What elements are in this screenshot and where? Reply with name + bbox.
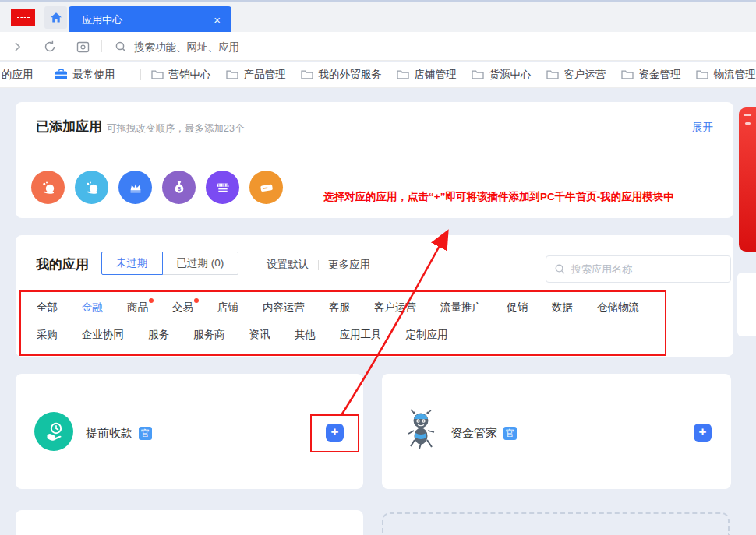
app-card-advance-payment[interactable]: 提前收款 官 +	[16, 374, 363, 489]
crown-app-icon[interactable]	[118, 171, 152, 204]
set-default-link[interactable]: 设置默认	[267, 258, 309, 272]
app-search-input[interactable]	[571, 263, 722, 275]
snail-orange-app-icon[interactable]	[31, 171, 65, 204]
nav-folder-item-7[interactable]: 物流管理	[696, 68, 756, 82]
forward-button[interactable]	[9, 39, 25, 55]
category-2-3[interactable]: 服务商	[193, 328, 225, 342]
category-2-4[interactable]: 资讯	[249, 328, 270, 342]
app-name: 提前收款	[86, 426, 132, 441]
category-1-7[interactable]: 客户运营	[374, 301, 416, 315]
nav-item-label: 资金管理	[639, 68, 681, 82]
category-1-5[interactable]: 内容运营	[263, 301, 305, 315]
screenshot-icon	[76, 40, 90, 54]
my-apps-card: 我的应用 未过期 已过期 (0) 设置默认 更多应用 全部金融商品交易店铺内容运…	[16, 235, 733, 357]
storefront-app-icon[interactable]	[206, 171, 239, 204]
category-2-1[interactable]: 企业协同	[82, 328, 124, 342]
category-2-0[interactable]: 采购	[37, 328, 58, 342]
category-1-3[interactable]: 交易	[172, 301, 193, 315]
category-2-2[interactable]: 服务	[148, 328, 169, 342]
partial-card-edge	[737, 273, 756, 336]
nav-partial-my-apps[interactable]: 的应用	[2, 68, 34, 82]
my-apps-actions: 设置默认 更多应用	[267, 258, 370, 272]
folder-icon	[621, 69, 634, 79]
search-icon	[554, 263, 566, 275]
nav-item-label: 客户运营	[564, 68, 606, 82]
added-apps-title: 已添加应用	[36, 118, 102, 136]
nav-folder-item-1[interactable]: 产品管理	[226, 68, 286, 82]
ticket-app-icon[interactable]	[249, 171, 283, 204]
tab-app-center[interactable]: 应用中心 ×	[69, 6, 231, 33]
nav-folder-item-0[interactable]: 营销中心	[151, 68, 211, 82]
folder-icon	[696, 69, 708, 79]
annotation-tip-text: 选择对应的应用，点击“+”即可将该插件添加到PC千牛首页-我的应用模块中	[323, 190, 674, 204]
folder-icon	[397, 69, 409, 79]
category-1-1[interactable]: 金融	[82, 301, 103, 315]
app-category-nav: 的应用 最常使用 营销中心产品管理我的外贸服务店铺管理货源中心客户运营资金管理物…	[0, 62, 756, 88]
folder-icon	[546, 69, 559, 79]
tab-close-icon[interactable]: ×	[212, 13, 222, 26]
partial-app-card	[16, 510, 363, 535]
refresh-button[interactable]	[42, 39, 58, 55]
folder-icon	[226, 69, 238, 79]
tab-expired[interactable]: 已过期 (0)	[162, 252, 239, 275]
added-apps-hint: 可拖拽改变顺序，最多添加23个	[107, 122, 244, 136]
nav-item-label: 营销中心	[169, 68, 211, 82]
moneybag-app-icon[interactable]: $	[162, 171, 196, 204]
nav-item-label: 产品管理	[244, 68, 286, 82]
category-1-6[interactable]: 客服	[329, 301, 350, 315]
promo-banner-partial[interactable]	[739, 107, 756, 252]
ant-mascot-icon	[404, 409, 438, 449]
category-1-10[interactable]: 数据	[552, 301, 573, 315]
nav-folder-item-2[interactable]: 我的外贸服务	[301, 68, 382, 82]
tab-not-expired[interactable]: 未过期	[101, 252, 163, 275]
app-card-fund-manager[interactable]: 资金管家 官 +	[382, 374, 731, 489]
home-tab-button[interactable]	[44, 6, 67, 29]
nav-folder-item-3[interactable]: 店铺管理	[397, 68, 457, 82]
added-apps-card: 已添加应用 可拖拽改变顺序，最多添加23个 展开 $ 选择对应的应用，点击“+”…	[16, 102, 733, 218]
advance-payment-icon	[34, 412, 73, 451]
empty-slot-placeholder	[382, 512, 730, 535]
nav-folder-item-5[interactable]: 客户运营	[546, 68, 606, 82]
folder-icon	[151, 69, 164, 79]
app-search-box	[546, 255, 731, 283]
category-2-5[interactable]: 其他	[295, 328, 316, 342]
category-1-8[interactable]: 流量推广	[440, 301, 482, 315]
category-2-6[interactable]: 应用工具	[340, 328, 382, 342]
add-app-button[interactable]: +	[694, 424, 712, 442]
address-search-icon-wrap[interactable]	[113, 39, 129, 55]
new-badge-dot	[194, 298, 199, 303]
category-1-11[interactable]: 仓储物流	[597, 301, 639, 315]
category-filter-row-2: 采购企业协同服务服务商资讯其他应用工具定制应用	[37, 328, 448, 342]
folder-icon	[472, 69, 484, 79]
nav-item-label: 我的外贸服务	[319, 68, 382, 82]
add-app-button[interactable]: +	[326, 424, 344, 442]
my-apps-title: 我的应用	[36, 255, 89, 273]
home-icon	[50, 12, 62, 23]
screenshot-button[interactable]	[75, 39, 90, 55]
search-icon	[115, 40, 127, 53]
category-2-7[interactable]: 定制应用	[406, 328, 448, 342]
category-1-0[interactable]: 全部	[37, 301, 58, 315]
official-badge: 官	[139, 427, 152, 440]
category-1-2[interactable]: 商品	[127, 301, 148, 315]
expand-link[interactable]: 展开	[692, 121, 713, 135]
toolbar-divider	[101, 40, 102, 52]
nav-folder-item-4[interactable]: 货源中心	[472, 68, 532, 82]
more-apps-link[interactable]: 更多应用	[328, 258, 370, 272]
nav-divider	[140, 69, 141, 80]
nav-item-label: 货源中心	[489, 68, 532, 82]
expiry-filter-group: 未过期 已过期 (0)	[101, 252, 238, 275]
nav-folder-item-6[interactable]: 资金管理	[621, 68, 681, 82]
nav-item-most-used[interactable]: 最常使用	[55, 68, 115, 82]
nav-folder-list: 营销中心产品管理我的外贸服务店铺管理货源中心客户运营资金管理物流管理	[151, 68, 756, 82]
nav-item-label: 物流管理	[714, 68, 756, 82]
address-search-input[interactable]	[134, 38, 383, 55]
nav-item-label: 最常使用	[73, 68, 115, 82]
category-1-9[interactable]: 促销	[507, 301, 528, 315]
briefcase-icon	[55, 69, 68, 80]
category-filter-row-1: 全部金融商品交易店铺内容运营客服客户运营流量推广促销数据仓储物流	[37, 301, 639, 315]
snail-blue-app-icon[interactable]	[75, 171, 108, 204]
refresh-icon	[44, 40, 56, 53]
category-1-4[interactable]: 店铺	[217, 301, 238, 315]
chevron-right-icon	[12, 41, 23, 52]
